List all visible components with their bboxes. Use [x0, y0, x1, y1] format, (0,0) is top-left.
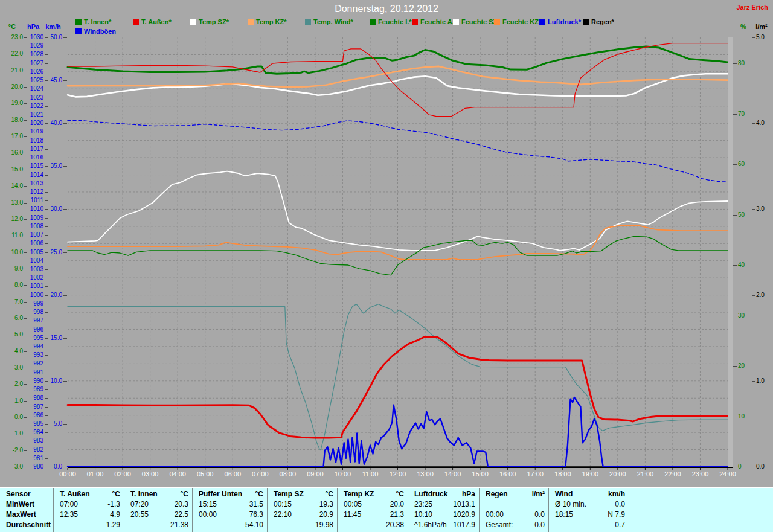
table-cell-row: 00:000.0 [480, 510, 548, 520]
x-axis-label: 17:00 [522, 470, 548, 478]
table-cell-row: 21.38 [124, 520, 192, 530]
cell-value: 20.38 [386, 520, 404, 530]
cell-time: 10:10 [414, 510, 432, 520]
cell-time: 07:20 [130, 499, 149, 510]
sensor-unit: hPa [462, 489, 475, 499]
table-column-header: LuftdruckhPa [408, 489, 479, 499]
cell-time: Gesamt: [486, 520, 513, 530]
table-cell-row: 11:4521.3 [338, 510, 408, 520]
cell-time: 12:35 [60, 510, 78, 520]
cell-value: 31.5 [249, 499, 263, 510]
table-cell-row: Ø 10 min.0.0 [549, 499, 629, 510]
cell-value: 19.3 [319, 499, 333, 510]
table-column-header: Regenl/m² [480, 489, 548, 499]
table-column-header: Temp SZ°C [268, 489, 337, 499]
plot-right-scroll-bar [728, 37, 733, 467]
table-cell-row: Gesamt:0.0 [480, 520, 548, 530]
x-axis-label: 16:00 [495, 470, 521, 478]
cell-value: 1017.9 [453, 520, 475, 530]
x-axis-label: 14:00 [440, 470, 466, 478]
table-cell-row: 07:2020.3 [124, 499, 192, 510]
cell-value: 54.10 [245, 520, 263, 530]
cell-time: 00:15 [274, 499, 292, 510]
sensor-unit: °C [396, 489, 404, 499]
cell-time: 15:15 [199, 499, 217, 510]
table-column-t-außen: T. Außen°C07:00-1.312:354.91.29 [53, 488, 124, 532]
table-cell-row: 00:1519.3 [268, 499, 337, 510]
cell-value: N 7.9 [608, 510, 625, 520]
x-axis-label: 11:00 [357, 470, 383, 478]
series-t-innen [68, 46, 728, 74]
cell-value: 22.5 [175, 510, 188, 520]
x-axis-label: 05:00 [192, 470, 219, 478]
table-cell-row: 15:1531.5 [193, 499, 267, 510]
cell-value: 0.0 [534, 510, 545, 520]
table-column-header: Temp KZ°C [338, 489, 408, 499]
cell-value: 76.3 [249, 510, 263, 520]
sensor-unit: °C [255, 489, 263, 499]
sensor-name: Temp KZ [344, 489, 374, 499]
x-axis-label: 12:00 [385, 470, 411, 478]
cell-value: 0.0 [534, 520, 545, 530]
cell-time: 00:00 [486, 510, 504, 520]
x-axis-label: 18:00 [550, 470, 576, 478]
cell-time: 18:15 [555, 510, 573, 520]
app-window: Donnerstag, 20.12.2012 Jarz Erich T. Inn… [0, 0, 773, 532]
table-cell-row: 22:1020.9 [268, 510, 337, 520]
x-axis-label: 22:00 [659, 470, 686, 478]
x-axis-label: 08:00 [274, 470, 301, 478]
table-cell-row: 20:5522.5 [124, 510, 192, 520]
table-cell-row: 12:354.9 [54, 510, 124, 520]
sensor-unit: °C [181, 489, 188, 499]
plot-left-border [68, 37, 68, 467]
table-column-puffer-unten: Puffer Unten°C15:1531.500:0076.354.10 [192, 488, 267, 532]
cell-value: 20.9 [319, 510, 333, 520]
table-column-t-innen: T. Innen°C07:2020.320:5522.521.38 [124, 488, 192, 532]
table-cell-row [480, 499, 548, 510]
chart-plot [0, 0, 773, 532]
table-cell-row: 07:00-1.3 [54, 499, 124, 510]
table-row-label: Sensor [0, 489, 53, 499]
x-axis-label: 21:00 [632, 470, 658, 478]
x-axis-label: 07:00 [247, 470, 274, 478]
cell-time: 00:05 [344, 499, 362, 510]
table-column-luftdruck: LuftdruckhPa23:251013.110:101020.9^1.6hP… [408, 488, 479, 532]
cell-time: Ø 10 min. [555, 499, 586, 510]
table-cell-row: 10:101020.9 [408, 510, 479, 520]
sensor-name: Luftdruck [414, 489, 447, 499]
x-axis-label: 10:00 [329, 470, 356, 478]
cell-time: 22:10 [274, 510, 292, 520]
cell-time: 23:25 [414, 499, 432, 510]
sensor-name: Regen [486, 489, 508, 499]
x-axis-label: 09:00 [302, 470, 329, 478]
x-axis-label: 02:00 [109, 470, 136, 478]
x-axis-label: 23:00 [687, 470, 714, 478]
cell-value: 21.38 [170, 520, 188, 530]
sensor-name: Wind [555, 489, 573, 499]
cell-value: 1013.1 [453, 499, 475, 510]
table-cell-row: 18:15N 7.9 [549, 510, 629, 520]
table-cell-row: 00:0520.0 [338, 499, 408, 510]
table-cell-row: 20.38 [338, 520, 408, 530]
table-row-label: Durchschnitt [0, 520, 53, 530]
x-axis-label: 06:00 [219, 470, 246, 478]
stats-table: SensorMinWertMaxWertDurchschnittT. Außen… [0, 487, 773, 532]
sensor-name: Puffer Unten [199, 489, 242, 499]
table-row-label-column: SensorMinWertMaxWertDurchschnitt [0, 488, 53, 532]
table-column-header: T. Außen°C [54, 489, 124, 499]
sensor-name: T. Innen [130, 489, 158, 499]
table-row-label: MinWert [0, 499, 53, 510]
table-cell-row: 23:251013.1 [408, 499, 479, 510]
table-cell-row: 19.98 [268, 520, 337, 530]
cell-value: 1020.9 [453, 510, 475, 520]
sensor-unit: °C [112, 489, 120, 499]
sensor-name: T. Außen [60, 489, 90, 499]
cell-value: -1.3 [107, 499, 120, 510]
x-axis-label: 01:00 [82, 470, 109, 478]
table-cell-row: ^1.6hPa/h1017.9 [408, 520, 479, 530]
table-column-temp-sz: Temp SZ°C00:1519.322:1020.919.98 [267, 488, 337, 532]
cell-time: ^1.6hPa/h [414, 520, 447, 530]
x-axis-label: 04:00 [164, 470, 191, 478]
cell-value: 20.0 [390, 499, 404, 510]
cell-time: 11:45 [344, 510, 361, 520]
